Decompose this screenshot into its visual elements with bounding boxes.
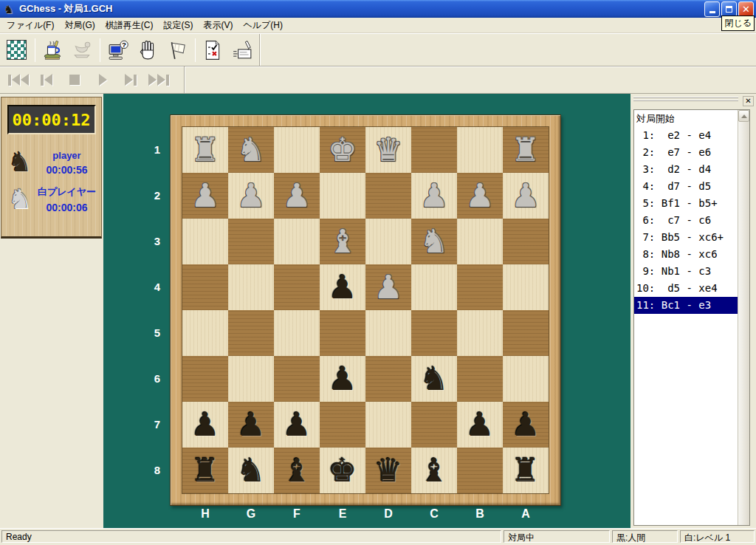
skip-to-end-button[interactable]: [145, 69, 173, 91]
square-c4[interactable]: [411, 264, 457, 310]
square-b4[interactable]: [457, 264, 503, 310]
square-a7[interactable]: ♟: [503, 402, 549, 448]
square-g8[interactable]: ♞: [228, 448, 274, 493]
square-d7[interactable]: [365, 402, 411, 448]
stop-button[interactable]: [61, 69, 89, 91]
square-e1[interactable]: ♚: [320, 127, 365, 173]
move-list-grip[interactable]: ✕: [632, 95, 755, 109]
square-g7[interactable]: ♟: [228, 402, 274, 448]
square-h7[interactable]: ♟: [182, 402, 228, 448]
move-item-6[interactable]: 6: c7 - c6: [634, 212, 738, 229]
menu-item-help[interactable]: ヘルプ(H): [238, 18, 288, 33]
square-g4[interactable]: [228, 264, 274, 310]
restore-button[interactable]: [721, 1, 737, 17]
square-f4[interactable]: [274, 264, 320, 310]
move-list-scrollbar[interactable]: [738, 110, 749, 525]
square-a4[interactable]: [503, 264, 549, 310]
move-item-3[interactable]: 3: d2 - d4: [634, 161, 738, 178]
square-f1[interactable]: [274, 127, 320, 173]
square-f5[interactable]: [274, 310, 320, 356]
square-h5[interactable]: [182, 310, 228, 356]
square-a8[interactable]: ♜: [503, 448, 549, 493]
square-b2[interactable]: ♟: [457, 173, 503, 219]
check-moves-button[interactable]: [199, 36, 228, 64]
square-b6[interactable]: [457, 356, 503, 402]
board-display-button[interactable]: [2, 36, 32, 64]
square-b1[interactable]: [457, 127, 503, 173]
square-a6[interactable]: [503, 356, 549, 402]
square-a1[interactable]: ♜: [503, 127, 549, 173]
new-game-button[interactable]: [38, 36, 68, 64]
menu-item-game[interactable]: 対局(G): [59, 18, 100, 33]
square-d1[interactable]: ♛: [365, 127, 411, 173]
square-e5[interactable]: [320, 310, 365, 356]
square-h1[interactable]: ♜: [182, 127, 228, 173]
square-f8[interactable]: ♝: [274, 448, 320, 493]
square-b3[interactable]: [457, 219, 503, 264]
menu-item-replay[interactable]: 棋譜再生(C): [100, 18, 159, 33]
move-item-7[interactable]: 7: Bb5 - xc6+: [634, 229, 738, 246]
square-d2[interactable]: [365, 173, 411, 219]
square-d8[interactable]: ♛: [365, 448, 411, 493]
square-d4[interactable]: ♟: [365, 264, 411, 310]
move-record-button[interactable]: [227, 36, 257, 64]
square-h6[interactable]: [182, 356, 228, 402]
square-c1[interactable]: [411, 127, 457, 173]
square-a3[interactable]: [503, 219, 549, 264]
move-item-10[interactable]: 10: d5 - xe4: [634, 280, 738, 297]
resign-button[interactable]: [162, 36, 192, 64]
square-h8[interactable]: ♜: [182, 448, 228, 493]
square-e6[interactable]: ♟: [320, 356, 365, 402]
square-d5[interactable]: [365, 310, 411, 356]
square-b5[interactable]: [457, 310, 503, 356]
menu-item-file[interactable]: ファイル(F): [1, 18, 59, 33]
square-h2[interactable]: ♟: [182, 173, 228, 219]
close-button[interactable]: ✕: [738, 1, 754, 17]
square-f2[interactable]: ♟: [274, 173, 320, 219]
square-e8[interactable]: ♚: [320, 448, 365, 493]
resign-lamp-button[interactable]: [68, 36, 97, 64]
minimize-button[interactable]: [704, 1, 720, 17]
square-g5[interactable]: [228, 310, 274, 356]
skip-to-start-button[interactable]: [4, 69, 32, 91]
menu-item-settings[interactable]: 設定(S): [158, 18, 198, 33]
move-item-9[interactable]: 9: Nb1 - c3: [634, 263, 738, 280]
square-c8[interactable]: ♝: [411, 448, 457, 493]
square-g2[interactable]: ♟: [228, 173, 274, 219]
square-a5[interactable]: [503, 310, 549, 356]
move-item-8[interactable]: 8: Nb8 - xc6: [634, 246, 738, 263]
square-a2[interactable]: ♟: [503, 173, 549, 219]
hint-button[interactable]: ?: [103, 36, 133, 64]
panel-close-button[interactable]: ✕: [743, 96, 754, 106]
move-item-1[interactable]: 1: e2 - e4: [634, 127, 738, 144]
square-d6[interactable]: [365, 356, 411, 402]
square-c6[interactable]: ♞: [411, 356, 457, 402]
square-c5[interactable]: [411, 310, 457, 356]
move-item-5[interactable]: 5: Bf1 - b5+: [634, 195, 738, 212]
square-d3[interactable]: [365, 219, 411, 264]
square-g6[interactable]: [228, 356, 274, 402]
square-c3[interactable]: ♞: [411, 219, 457, 264]
move-item-2[interactable]: 2: e7 - e6: [634, 144, 738, 161]
square-c2[interactable]: ♟: [411, 173, 457, 219]
square-g3[interactable]: [228, 219, 274, 264]
square-c7[interactable]: [411, 402, 457, 448]
square-e7[interactable]: [320, 402, 365, 448]
square-e4[interactable]: ♟: [320, 264, 365, 310]
square-h4[interactable]: [182, 264, 228, 310]
move-item-4[interactable]: 4: d7 - d5: [634, 178, 738, 195]
square-e3[interactable]: ♝: [320, 219, 365, 264]
menu-item-view[interactable]: 表示(V): [198, 18, 238, 33]
square-b7[interactable]: ♟: [457, 402, 503, 448]
square-b8[interactable]: [457, 448, 503, 493]
step-back-button[interactable]: [32, 69, 61, 91]
square-f7[interactable]: ♟: [274, 402, 320, 448]
step-forward-button[interactable]: [117, 69, 145, 91]
square-f6[interactable]: [274, 356, 320, 402]
move-item-11[interactable]: 11: Bc1 - e3: [634, 297, 738, 314]
square-e2[interactable]: [320, 173, 365, 219]
square-f3[interactable]: [274, 219, 320, 264]
square-g1[interactable]: ♞: [228, 127, 274, 173]
scroll-up-button[interactable]: [738, 110, 749, 122]
square-h3[interactable]: [182, 219, 228, 264]
